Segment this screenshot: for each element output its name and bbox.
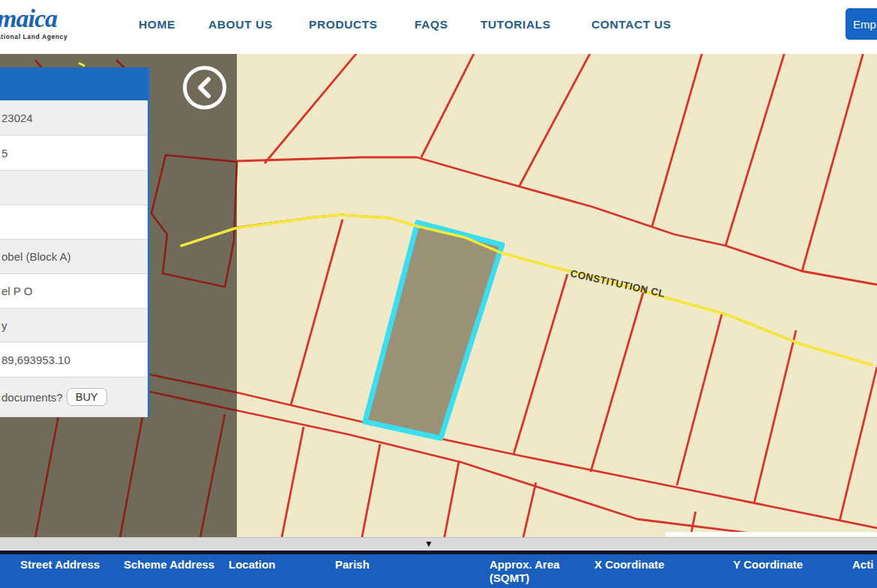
nav-item-tutorials[interactable]: TUTORIALS xyxy=(480,18,551,31)
nav-item-home[interactable]: HOME xyxy=(139,18,175,31)
app: CONSTITUTION CL maica ational Land Agenc… xyxy=(0,0,877,588)
panel-field-value: 89,693953.10 xyxy=(0,342,148,378)
buy-button[interactable]: BUY xyxy=(67,388,107,406)
column-header-y-coordinate: Y Coordinate xyxy=(733,558,817,572)
employee-login-button[interactable]: Emp xyxy=(846,8,877,40)
column-header-location: Location xyxy=(229,558,296,572)
buy-documents-row: documents?BUY xyxy=(0,378,148,417)
column-header-parish: Parish xyxy=(335,558,388,572)
nav-item-about-us[interactable]: ABOUT US xyxy=(208,18,273,31)
panel-rows: 230245obel (Block A)el P Oy89,693953.10d… xyxy=(0,100,148,417)
panel-collapse-button[interactable] xyxy=(183,66,226,109)
logo-text: maica xyxy=(0,6,67,31)
panel-field-value: el P O xyxy=(0,274,148,309)
panel-field-value: 5 xyxy=(0,136,148,171)
panel-field-value: 23024 xyxy=(0,100,148,136)
column-header-acti: Acti xyxy=(852,558,877,572)
results-table-header: Street AddressScheme AddressLocationPari… xyxy=(0,554,877,588)
buy-documents-prompt: documents? xyxy=(1,391,63,404)
panel-header xyxy=(0,67,148,100)
top-nav: maica ational Land Agency HOMEABOUT USPR… xyxy=(0,0,877,54)
nav-item-products[interactable]: PRODUCTS xyxy=(309,18,378,31)
results-collapse-strip: ▼ xyxy=(0,537,877,551)
panel-field-value: obel (Block A) xyxy=(0,240,148,274)
column-header-street-address: Street Address xyxy=(20,558,118,572)
panel-field-value: y xyxy=(0,309,148,342)
column-header-approx-area-sqmt-: Approx. Area (SQMT) xyxy=(489,558,564,585)
nla-logo[interactable]: maica ational Land Agency xyxy=(0,6,67,40)
property-info-panel: 230245obel (Block A)el P Oy89,693953.10d… xyxy=(0,67,150,417)
nav-item-contact-us[interactable]: CONTACT US xyxy=(591,18,671,31)
panel-field-value xyxy=(0,205,148,240)
logo-subtext: ational Land Agency xyxy=(0,33,67,40)
panel-field-value xyxy=(0,171,148,205)
column-header-x-coordinate: X Coordinate xyxy=(594,558,677,572)
nav-item-faqs[interactable]: FAQS xyxy=(415,18,448,31)
collapse-table-arrow-icon[interactable]: ▼ xyxy=(424,539,433,550)
column-header-scheme-address: Scheme Address xyxy=(124,558,229,572)
chevron-left-icon xyxy=(192,73,217,103)
